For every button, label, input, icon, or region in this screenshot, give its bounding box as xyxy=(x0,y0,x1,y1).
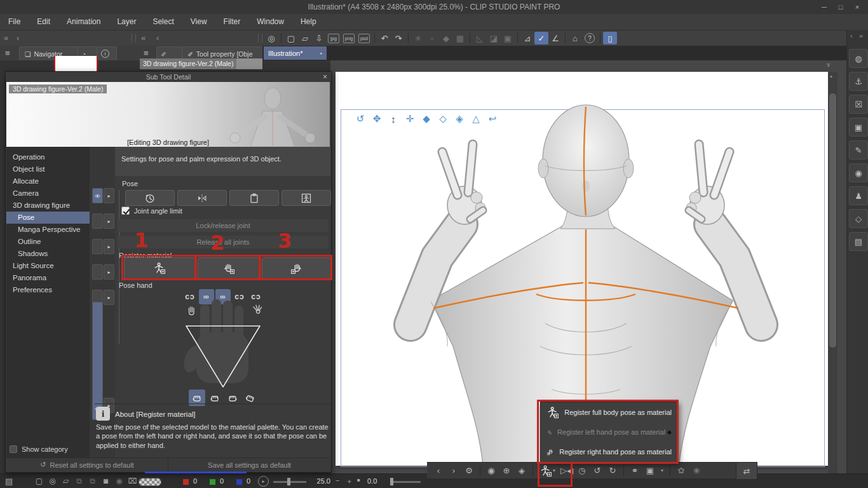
divider[interactable] xyxy=(517,33,518,43)
register-fullbody-pose-button[interactable] xyxy=(124,257,195,279)
material-image-icon[interactable]: ▣ xyxy=(849,118,868,137)
pose-preset-icon[interactable]: ▣ xyxy=(644,464,656,478)
reset-rotation-icon[interactable]: ↻ xyxy=(606,464,619,478)
sidebar-back-icon[interactable]: ‹ xyxy=(850,32,853,39)
divider[interactable] xyxy=(670,465,670,477)
next-model-icon[interactable]: › xyxy=(447,464,460,478)
swap-model-button[interactable]: ⇄ xyxy=(736,462,757,480)
material-camera-icon[interactable]: ◉ xyxy=(849,163,868,182)
material-monochrome-icon[interactable]: ☒ xyxy=(849,95,868,114)
panel-collapse-icon[interactable]: « xyxy=(141,33,146,43)
material-card-icon[interactable]: ▤ xyxy=(849,232,868,251)
expand-setting-button[interactable]: ▸ xyxy=(104,264,114,280)
show-in-tool-property-button[interactable] xyxy=(92,188,103,203)
export-png-icon[interactable]: png xyxy=(343,34,355,43)
hand-pose-triangle-controller[interactable] xyxy=(165,295,292,391)
export-psd-icon[interactable]: psd xyxy=(358,34,370,43)
show-in-tool-property-button[interactable] xyxy=(92,264,103,280)
document-tab[interactable]: Illustration* ● xyxy=(264,46,327,60)
delete-layer-icon[interactable]: ⌧ xyxy=(126,475,139,487)
category-allocate[interactable]: Allocate xyxy=(6,175,90,187)
help-icon[interactable]: ? xyxy=(585,33,595,43)
camera-rotate-icon[interactable]: ↺ xyxy=(353,112,367,126)
save-file-icon[interactable]: ⇩ xyxy=(312,32,326,44)
menu-item[interactable]: Animation xyxy=(58,14,109,30)
menu-item[interactable]: Help xyxy=(292,14,325,30)
snap-grid-icon[interactable]: ∠ xyxy=(548,32,562,44)
processing-icon[interactable]: ✳ xyxy=(411,32,425,44)
object-rotate-y-icon[interactable]: ◇ xyxy=(436,112,450,126)
clip-group-icon[interactable]: ⧉ xyxy=(86,475,98,487)
divider[interactable] xyxy=(470,33,470,43)
divider[interactable] xyxy=(281,33,281,43)
zoom-out-icon[interactable]: − xyxy=(336,477,339,484)
new-search-layer-icon[interactable]: ◎ xyxy=(46,475,58,487)
deselect-icon[interactable]: ▫ xyxy=(425,32,439,44)
category-light-source[interactable]: Light Source xyxy=(6,260,90,272)
material-paper-icon[interactable]: ⚓ xyxy=(849,72,868,91)
wrench-icon[interactable]: ⚙ xyxy=(463,464,475,478)
register-pose-material-button[interactable]: ▾ xyxy=(538,463,558,478)
vertical-scrollbar[interactable]: ▴ xyxy=(828,72,837,473)
menu-item-register-right-hand[interactable]: Register right hand pose as material xyxy=(541,442,678,461)
new-canvas-icon[interactable]: ▢ xyxy=(33,475,45,487)
clip-studio-icon[interactable]: ⌂ xyxy=(568,32,582,44)
expand-setting-button[interactable]: ▸ xyxy=(104,188,114,203)
reset-pose-button[interactable] xyxy=(125,190,175,206)
crop-icon[interactable]: ▦ xyxy=(453,32,467,44)
show-category-checkbox[interactable] xyxy=(10,445,17,453)
close-icon[interactable]: × xyxy=(323,72,327,81)
hand-preset-right-icon[interactable]: ❀ xyxy=(690,464,703,478)
divider[interactable] xyxy=(600,33,600,43)
menu-item[interactable]: Window xyxy=(248,14,292,30)
divider[interactable] xyxy=(480,465,480,477)
select-frame-icon[interactable]: ▣ xyxy=(501,32,515,44)
play-icon[interactable]: ▸ xyxy=(258,476,269,487)
object-rotate-plane-icon[interactable]: ◈ xyxy=(452,112,466,126)
paste-pose-button[interactable] xyxy=(229,190,279,206)
register-right-hand-pose-button[interactable] xyxy=(262,257,331,279)
menu-item-register-left-hand[interactable]: Register left hand pose as material ◆ xyxy=(541,422,678,442)
show-in-tool-property-button[interactable] xyxy=(92,239,103,254)
camera-icon[interactable]: ◉ xyxy=(113,475,125,487)
timeline-icon[interactable]: ▤ xyxy=(5,477,13,486)
menu-item-register-full-body[interactable]: Register full body pose as material xyxy=(541,402,678,422)
category-outline[interactable]: Outline xyxy=(6,236,90,248)
rotation-slider-thumb[interactable] xyxy=(390,478,393,485)
material-edit-icon[interactable]: ✎ xyxy=(849,140,868,159)
grip-handle[interactable] xyxy=(132,34,136,43)
expand-setting-button[interactable]: ▸ xyxy=(104,214,114,229)
category-pose[interactable]: Pose xyxy=(6,212,90,224)
menu-item[interactable]: View xyxy=(182,14,215,30)
clip-at-layer-icon[interactable]: ⧉ xyxy=(73,475,85,487)
navigator-preview[interactable] xyxy=(54,56,98,71)
pose-figure-button[interactable] xyxy=(281,190,331,206)
category-panorama[interactable]: Panorama xyxy=(6,272,90,284)
divider[interactable] xyxy=(623,465,624,477)
prev-model-icon[interactable]: ‹ xyxy=(432,464,445,478)
expand-setting-button[interactable]: ▸ xyxy=(104,290,114,305)
pose-undo-icon[interactable]: ↩ xyxy=(485,112,499,126)
expand-setting-button[interactable]: ▸ xyxy=(104,239,114,254)
reset-all-settings-button[interactable]: ↺ Reset all settings to default xyxy=(6,458,168,471)
category-camera[interactable]: Camera xyxy=(6,187,90,200)
flip-pose-button[interactable] xyxy=(177,190,227,206)
panel-back-icon[interactable]: ‹ xyxy=(156,33,159,43)
select-line-icon[interactable]: ◺ xyxy=(473,32,487,44)
camera-pan-icon[interactable]: ✥ xyxy=(370,112,384,126)
object-move-icon[interactable]: ✛ xyxy=(403,112,417,126)
new-folder-icon[interactable]: ▱ xyxy=(60,475,72,487)
primitive-icon[interactable]: ◈ xyxy=(515,464,528,478)
snap-ruler-icon[interactable]: ⊿ xyxy=(520,32,534,44)
object-rotate-icon[interactable]: ◆ xyxy=(419,112,433,126)
panel-menu-icon[interactable]: ≡ xyxy=(144,48,149,58)
show-in-tool-property-button[interactable] xyxy=(92,302,103,420)
close-button[interactable]: × xyxy=(849,0,865,14)
menu-item[interactable]: Filter xyxy=(215,14,249,30)
category-manga-perspective[interactable]: Manga Perspective xyxy=(6,224,90,236)
divider[interactable] xyxy=(374,33,375,43)
subtool-detail-titlebar[interactable]: Sub Tool Detail × xyxy=(6,72,331,82)
panel-back-icon[interactable]: ‹ xyxy=(17,33,19,43)
maximize-button[interactable]: □ xyxy=(832,0,849,14)
divider[interactable] xyxy=(408,33,409,43)
